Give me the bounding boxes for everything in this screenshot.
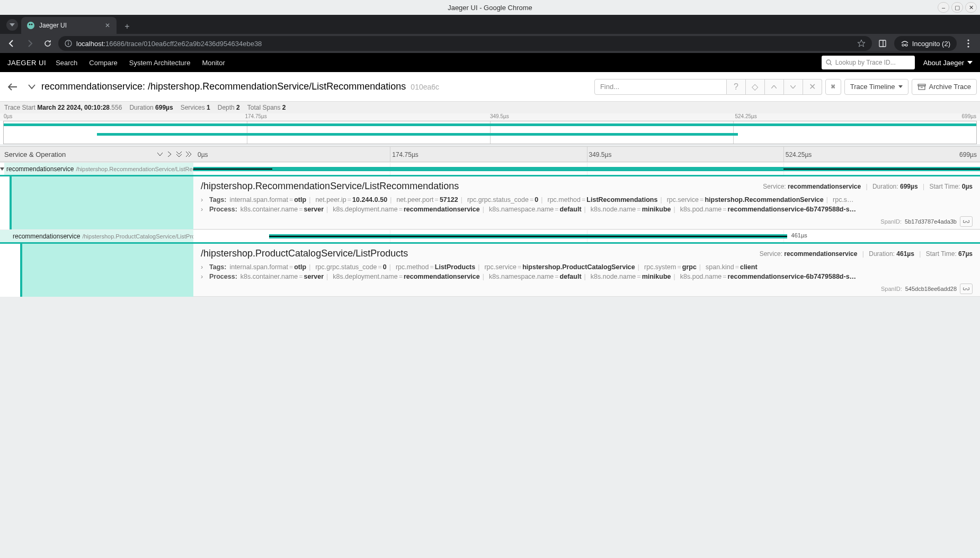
kv-pair: rpc.service=hipstershop.ProductCatalogSe… — [484, 263, 642, 271]
nav-search[interactable]: Search — [56, 59, 77, 67]
link-icon — [963, 286, 969, 291]
find-next-button[interactable] — [784, 79, 803, 95]
trace-header: recommendationservice: /hipstershop.Reco… — [0, 72, 980, 102]
kv-pair: rpc.system=grpc| — [644, 263, 703, 271]
span-row[interactable]: recommendationservice /hipstershop.Produ… — [0, 229, 980, 242]
tabs-search-button[interactable] — [6, 19, 18, 31]
about-jaeger-dropdown[interactable]: About Jaeger — [923, 59, 973, 67]
archive-icon — [917, 84, 926, 90]
url-path: 16686/trace/010ea6cff2e62a9b2436d954634e… — [105, 40, 262, 48]
trace-back-button[interactable] — [3, 77, 22, 96]
collapse-all-button[interactable] — [155, 149, 165, 159]
incognito-badge[interactable]: Incognito (2) — [894, 36, 957, 51]
kv-pair: rpc.method=ListRecommendations| — [547, 196, 664, 203]
chrome-reload-button[interactable] — [40, 36, 55, 51]
chrome-urlbar[interactable]: localhost:16686/trace/010ea6cff2e62a9b24… — [58, 36, 872, 51]
kv-pair: net.peer.port=57122| — [396, 196, 465, 203]
site-info-icon[interactable] — [65, 40, 72, 47]
span-detail: /hipstershop.ProductCatalogService/ListP… — [0, 242, 980, 297]
process-row[interactable]: › Process: k8s.container.name=server|k8s… — [201, 272, 973, 281]
kv-pair: rpc.grpc.status_code=0| — [315, 263, 394, 271]
kv-pair: rpc.grpc.status_code=0| — [467, 196, 546, 203]
span-service: recommendationservice — [6, 165, 74, 173]
span-toggle[interactable] — [0, 163, 4, 175]
kv-pair: k8s.deployment.name=recommendationservic… — [333, 206, 487, 213]
gantt-bar[interactable] — [269, 234, 788, 238]
side-panel-icon[interactable] — [875, 36, 890, 51]
svg-point-2 — [31, 24, 33, 25]
chrome-forward-button[interactable] — [22, 36, 37, 51]
tab-title: Jaeger UI — [39, 22, 67, 29]
expand-all-button[interactable] — [184, 149, 193, 159]
span-row[interactable]: recommendationservice /hipstershop.Recom… — [0, 162, 980, 175]
lookup-trace-input[interactable]: Lookup by Trace ID... — [822, 56, 915, 69]
minimap[interactable] — [3, 121, 977, 144]
link-icon — [963, 219, 969, 224]
tab-close-icon[interactable]: ✕ — [104, 21, 111, 30]
span-link-button[interactable] — [960, 284, 973, 294]
keyboard-shortcuts-button[interactable]: ⌘ — [825, 79, 841, 95]
find-help-button[interactable]: ? — [727, 79, 746, 95]
detail-operation-name: /hipstershop.ProductCatalogService/ListP… — [201, 248, 760, 259]
archive-trace-button[interactable]: Archive Trace — [912, 79, 977, 95]
span-id: 5b17d3787e4ada3b — [905, 218, 957, 225]
kv-pair: rpc.method=ListProducts| — [396, 263, 483, 271]
service-operation-header: Service & Operation 0µs 174.75µs 349.5µs… — [0, 146, 980, 162]
chrome-tabstrip: Jaeger UI ✕ + — [0, 15, 980, 34]
expand-process-icon[interactable]: › — [201, 273, 209, 280]
close-button[interactable]: ✕ — [965, 2, 977, 13]
minimap-span-bar — [4, 123, 976, 126]
span-detail: /hipstershop.RecommendationService/ListR… — [0, 175, 980, 229]
trace-meta-bar: Trace Start March 22 2024, 00:10:28.556 … — [0, 102, 980, 113]
kv-pair: k8s.container.name=server| — [240, 273, 331, 280]
window-titlebar: Jaeger UI - Google Chrome – ▢ ✕ — [0, 0, 980, 15]
span-link-button[interactable] — [960, 216, 973, 227]
so-title: Service & Operation — [4, 150, 155, 158]
expand-one-button[interactable] — [165, 149, 174, 159]
nav-monitor[interactable]: Monitor — [202, 59, 225, 67]
trace-collapse-toggle[interactable] — [22, 77, 41, 96]
kv-pair: rpc.service=hipstershop.RecommendationSe… — [667, 196, 831, 203]
detail-operation-name: /hipstershop.RecommendationService/ListR… — [201, 181, 763, 192]
nav-compare[interactable]: Compare — [89, 59, 117, 67]
minimap-region: 0µs 174.75µs 349.5µs 524.25µs 699µs — [0, 113, 980, 144]
kv-pair: rpc.s… — [833, 196, 854, 203]
chrome-toolbar: localhost:16686/trace/010ea6cff2e62a9b24… — [0, 34, 980, 53]
expand-process-icon[interactable]: › — [201, 206, 209, 213]
expand-tags-icon[interactable]: › — [201, 196, 209, 203]
trace-id: 010ea6c — [411, 83, 439, 91]
span-operation: /hipstershop.ProductCatalogService/ListP… — [82, 233, 193, 240]
svg-point-1 — [29, 24, 31, 25]
svg-point-11 — [826, 60, 831, 64]
gantt-bar[interactable] — [193, 167, 980, 171]
svg-point-8 — [967, 39, 969, 41]
find-close-button[interactable]: ✕ — [803, 79, 822, 95]
chrome-menu-icon[interactable] — [961, 36, 976, 51]
collapse-one-button[interactable] — [174, 149, 184, 159]
jaeger-brand[interactable]: JAEGER UI — [7, 59, 46, 67]
kv-pair: k8s.node.name=minikube| — [591, 206, 678, 213]
chrome-tab[interactable]: Jaeger UI ✕ — [21, 17, 117, 34]
svg-line-12 — [830, 64, 832, 65]
nav-system-architecture[interactable]: System Architecture — [129, 59, 191, 67]
bookmark-icon[interactable] — [857, 39, 866, 48]
tags-row[interactable]: › Tags: internal.span.format=otlp|rpc.gr… — [201, 262, 973, 272]
kv-pair: internal.span.format=otlp| — [229, 263, 313, 271]
minimize-button[interactable]: – — [938, 2, 949, 13]
incognito-label: Incognito (2) — [912, 40, 950, 48]
process-row[interactable]: › Process: k8s.container.name=server|k8s… — [201, 205, 973, 214]
svg-point-10 — [967, 46, 969, 47]
new-tab-button[interactable]: + — [120, 19, 135, 34]
find-input[interactable]: Find... — [594, 79, 727, 95]
chrome-back-button[interactable] — [4, 36, 19, 51]
find-clear-button[interactable]: ◇ — [746, 79, 765, 95]
maximize-button[interactable]: ▢ — [951, 2, 963, 13]
tags-row[interactable]: › Tags: internal.span.format=otlp|net.pe… — [201, 195, 973, 205]
chevron-down-icon — [967, 61, 973, 64]
trace-timeline-dropdown[interactable]: Trace Timeline — [844, 79, 908, 95]
expand-tags-icon[interactable]: › — [201, 263, 209, 271]
trace-title: recommendationservice: /hipstershop.Reco… — [41, 82, 439, 92]
kv-pair: k8s.pod.name=recommendationservice-6b747… — [680, 273, 856, 280]
svg-point-9 — [967, 42, 969, 44]
find-prev-button[interactable] — [765, 79, 784, 95]
